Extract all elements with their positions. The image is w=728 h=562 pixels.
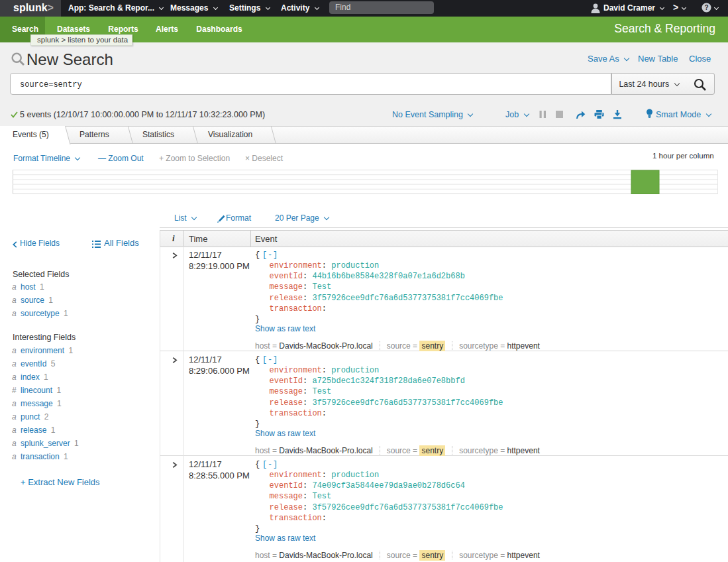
svg-text:?: ? <box>704 4 708 11</box>
